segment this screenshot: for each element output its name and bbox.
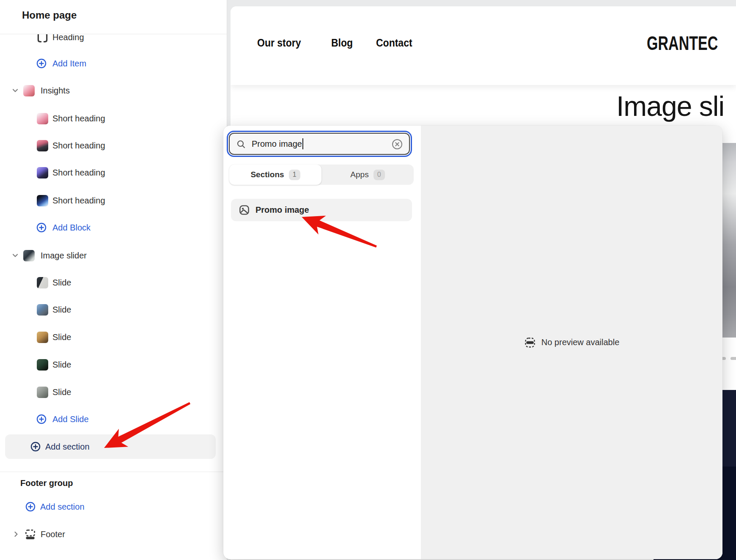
plus-circle-icon — [25, 502, 36, 512]
chevron-right-icon[interactable] — [13, 531, 19, 538]
block-thumbnail — [37, 140, 48, 151]
search-icon — [236, 140, 246, 149]
search-result-label: Promo image — [255, 205, 309, 215]
footer-add-section-label: Add section — [40, 502, 85, 512]
add-section-popup: Promo image Sections 1 Apps 0 — [223, 126, 722, 559]
sidebar-block-short-heading-2[interactable]: Short heading — [0, 132, 226, 159]
block-label: Slide — [52, 278, 71, 288]
footer-section-icon — [25, 529, 36, 540]
block-label: Slide — [52, 387, 71, 397]
clear-search-icon[interactable] — [391, 138, 403, 150]
block-label: Short heading — [52, 114, 105, 124]
block-label: Short heading — [52, 196, 105, 206]
heading-block-icon — [37, 34, 48, 43]
chevron-down-icon[interactable] — [12, 87, 19, 94]
chevron-down-icon[interactable] — [12, 252, 19, 259]
image-section-icon — [239, 204, 250, 216]
section-label: Image slider — [41, 251, 87, 261]
add-slide-label: Add Slide — [52, 415, 89, 424]
sidebar-item-heading[interactable]: Heading — [0, 34, 226, 51]
sidebar-item-label: Heading — [52, 34, 84, 42]
slider-pagination-dash[interactable] — [731, 357, 736, 360]
plus-circle-icon — [36, 58, 47, 69]
sidebar-block-slide-2[interactable]: Slide — [0, 296, 226, 323]
search-input-value: Promo image — [252, 139, 302, 149]
sidebar-block-short-heading-4[interactable]: Short heading — [0, 187, 226, 214]
tab-sections-count-badge: 1 — [289, 170, 300, 180]
plus-circle-icon — [36, 222, 47, 233]
block-label: Slide — [52, 332, 71, 342]
block-thumbnail — [37, 359, 48, 371]
sidebar-block-slide-1[interactable]: Slide — [0, 269, 226, 296]
sidebar-block-slide-3[interactable]: Slide — [0, 324, 226, 351]
plus-circle-icon — [30, 442, 41, 452]
search-result-tabs: Sections 1 Apps 0 — [229, 165, 414, 185]
footer-group-title: Footer group — [20, 478, 73, 488]
add-block-label: Add Block — [52, 223, 91, 233]
sections-tree: Heading Add Item Insights Short heading — [0, 34, 226, 560]
block-thumbnail — [37, 387, 48, 398]
section-search-input[interactable]: Promo image — [229, 133, 410, 155]
add-item-button[interactable]: Add Item — [0, 50, 226, 77]
sidebar-block-slide-4[interactable]: Slide — [0, 351, 226, 378]
image-slider-heading: Image sli — [616, 90, 724, 122]
nav-link-our-story[interactable]: Our story — [257, 37, 301, 49]
sidebar-header: Home page — [0, 0, 227, 34]
sidebar-block-short-heading-3[interactable]: Short heading — [0, 159, 226, 186]
add-section-label: Add section — [45, 442, 90, 452]
block-thumbnail — [37, 304, 48, 316]
section-label: Insights — [41, 86, 70, 96]
block-thumbnail — [37, 195, 48, 206]
sidebar-section-insights[interactable]: Insights — [0, 77, 226, 104]
block-thumbnail — [37, 113, 48, 124]
add-block-button[interactable]: Add Block — [0, 214, 226, 241]
storefront-header: Our story Blog Contact GRANTEC — [231, 6, 736, 85]
plus-circle-icon — [36, 414, 47, 424]
section-placeholder-icon — [524, 337, 536, 349]
no-preview-message: No preview available — [541, 338, 620, 347]
section-thumbnail — [23, 85, 35, 96]
page-title: Home page — [22, 9, 77, 21]
tab-sections[interactable]: Sections 1 — [229, 165, 321, 185]
sections-sidebar: Heading Add Item Insights Short heading — [0, 0, 227, 560]
store-logo[interactable]: GRANTEC — [647, 32, 718, 55]
footer-section-label: Footer — [41, 530, 65, 539]
theme-editor: Our story Blog Contact GRANTEC Image sli… — [0, 0, 736, 560]
search-result-promo-image[interactable]: Promo image — [231, 199, 412, 221]
sidebar-divider — [0, 472, 226, 472]
tab-apps-count-badge: 0 — [373, 170, 385, 180]
block-thumbnail — [37, 277, 48, 288]
sidebar-block-short-heading-1[interactable]: Short heading — [0, 105, 226, 132]
block-label: Short heading — [52, 141, 105, 151]
nav-link-contact[interactable]: Contact — [376, 37, 412, 49]
nav-link-blog[interactable]: Blog — [331, 37, 353, 49]
section-preview-panel: No preview available — [421, 126, 722, 559]
add-item-label: Add Item — [52, 59, 86, 69]
block-thumbnail — [37, 332, 48, 343]
footer-add-section-button[interactable]: Add section — [0, 493, 226, 520]
tab-sections-label: Sections — [250, 170, 284, 179]
text-caret — [302, 138, 303, 149]
block-label: Short heading — [52, 168, 105, 178]
add-section-button-active[interactable]: Add section — [5, 434, 216, 459]
tab-apps-label: Apps — [350, 170, 368, 179]
sidebar-section-footer[interactable]: Footer — [0, 521, 226, 548]
sidebar-block-slide-5[interactable]: Slide — [0, 379, 226, 406]
add-slide-button[interactable]: Add Slide — [0, 406, 226, 433]
block-thumbnail — [37, 167, 48, 178]
block-label: Slide — [52, 305, 71, 315]
section-thumbnail — [23, 250, 35, 261]
tab-apps[interactable]: Apps 0 — [321, 165, 414, 185]
block-label: Slide — [52, 360, 71, 370]
sidebar-section-image-slider[interactable]: Image slider — [0, 242, 226, 269]
